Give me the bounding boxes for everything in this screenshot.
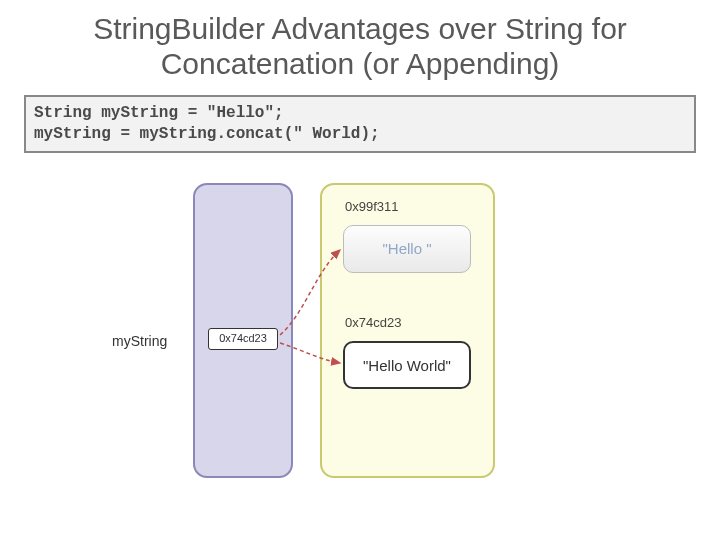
heap-object-old: "Hello " [343, 225, 471, 273]
heap-address-old: 0x99f311 [345, 199, 399, 214]
heap-object-new: "Hello World" [343, 341, 471, 389]
slide-title: StringBuilder Advantages over String for… [0, 0, 720, 89]
code-snippet: String myString = "Hello"; myString = my… [24, 95, 696, 153]
variable-label: myString [112, 333, 167, 349]
heap-address-new: 0x74cd23 [345, 315, 401, 330]
memory-diagram: myString 0x74cd23 0x99f311 "Hello " 0x74… [0, 153, 720, 513]
pointer-value-box: 0x74cd23 [208, 328, 278, 350]
